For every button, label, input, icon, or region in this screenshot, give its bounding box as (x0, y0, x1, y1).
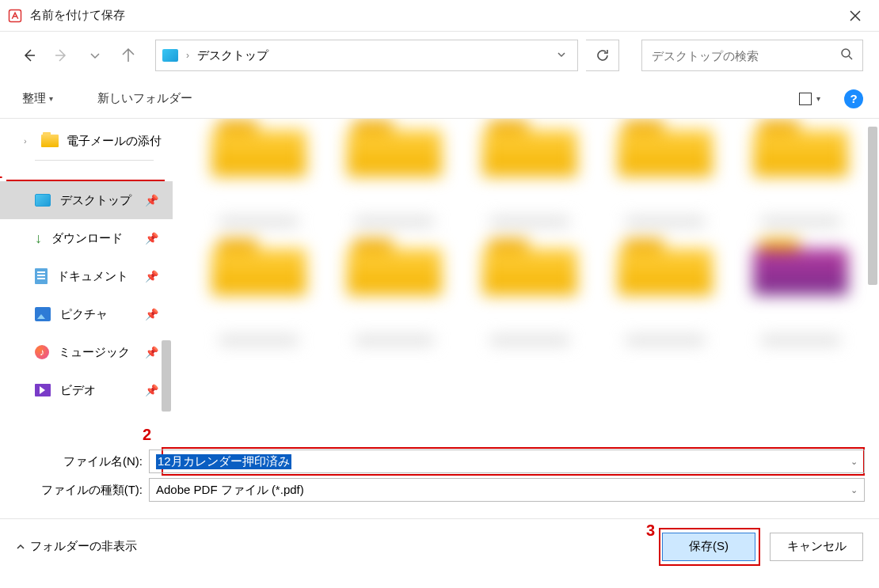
tree-item-email[interactable]: › 電子メールの添付 (0, 127, 173, 155)
filetype-label: ファイルの種類(T): (14, 483, 149, 498)
folder-tile[interactable] (332, 241, 456, 343)
folder-tile[interactable] (332, 122, 456, 225)
form-area: 2 ファイル名(N): 12月カレンダー押印済み ⌄ ファイルの種類(T): A… (0, 419, 879, 510)
desktop-icon (35, 194, 51, 207)
sidebar-item-label: ドキュメント (57, 269, 128, 284)
help-icon: ? (850, 92, 857, 105)
window-title: 名前を付けて保存 (30, 8, 839, 23)
footer: フォルダーの非表示 3 保存(S) キャンセル (0, 518, 879, 574)
filetype-select[interactable]: Adobe PDF ファイル (*.pdf) ⌄ (149, 478, 865, 502)
folder-tile[interactable] (196, 122, 321, 225)
divider (35, 160, 154, 161)
video-icon (35, 384, 51, 396)
file-grid (196, 119, 863, 343)
chevron-right-icon[interactable]: › (24, 136, 33, 146)
sidebar-item-pictures[interactable]: ピクチャ 📌 (0, 295, 173, 333)
search-input[interactable] (652, 49, 840, 63)
pictures-icon (35, 307, 51, 321)
filename-label: ファイル名(N): (14, 454, 149, 469)
save-button[interactable]: 保存(S) (662, 533, 755, 561)
recent-dropdown[interactable] (82, 43, 108, 68)
folder-tile[interactable] (467, 122, 592, 225)
sidebar-item-documents[interactable]: ドキュメント 📌 (0, 257, 173, 295)
chevron-up-icon (16, 542, 25, 552)
hide-folders-link[interactable]: フォルダーの非表示 (16, 539, 137, 554)
sidebar-item-label: ビデオ (60, 383, 96, 398)
pin-icon: 📌 (145, 194, 158, 207)
file-grid-area[interactable] (173, 119, 879, 419)
sidebar-scrollbar[interactable] (162, 340, 171, 412)
annotation-2: 2 (143, 426, 151, 443)
pin-icon: 📌 (145, 346, 158, 358)
filename-value: 12月カレンダー押印済み (156, 454, 291, 469)
navbar: › デスクトップ (0, 32, 879, 79)
main-area: › 電子メールの添付 1 デスクトップ 📌 ↓ ダウンロード 📌 ドキュメント (0, 119, 879, 419)
chevron-down-icon[interactable]: ⌄ (850, 485, 858, 495)
document-icon (35, 268, 48, 284)
view-icon (799, 93, 812, 105)
up-button[interactable] (116, 43, 141, 68)
quick-access-list: 1 デスクトップ 📌 ↓ ダウンロード 📌 ドキュメント 📌 ピクチャ (0, 165, 173, 409)
cancel-button[interactable]: キャンセル (770, 533, 863, 561)
arrow-up-icon (121, 48, 135, 63)
pin-icon: 📌 (145, 270, 158, 283)
new-folder-button[interactable]: 新しいフォルダー (91, 88, 199, 109)
organize-menu[interactable]: 整理▾ (16, 88, 59, 109)
svg-point-1 (842, 49, 850, 57)
chevron-down-icon (89, 50, 101, 61)
folder-tile[interactable] (467, 241, 592, 343)
sidebar-item-label: ダウンロード (51, 231, 123, 246)
toolbar: 整理▾ 新しいフォルダー ▾ ? (0, 79, 879, 119)
sidebar-item-label: デスクトップ (60, 193, 131, 208)
pdf-app-icon (8, 9, 22, 23)
annotation-3: 3 (646, 522, 655, 540)
search-icon (840, 47, 853, 63)
pin-icon: 📌 (145, 384, 158, 396)
breadcrumb-location: デスクトップ (197, 48, 547, 63)
folder-tile[interactable] (603, 241, 728, 343)
sidebar-item-downloads[interactable]: ↓ ダウンロード 📌 (0, 219, 173, 257)
filetype-value: Adobe PDF ファイル (*.pdf) (156, 483, 304, 498)
breadcrumb-sep: › (183, 50, 192, 61)
sidebar-item-desktop[interactable]: デスクトップ 📌 (0, 181, 173, 219)
pin-icon: 📌 (145, 308, 158, 321)
view-menu[interactable]: ▾ (793, 89, 827, 108)
back-button[interactable] (16, 43, 41, 68)
content-scrollbar[interactable] (868, 127, 877, 285)
chevron-down-icon[interactable]: ⌄ (850, 457, 858, 467)
tree-label: 電子メールの添付 (67, 134, 162, 149)
folder-tile[interactable] (196, 241, 321, 343)
sidebar: › 電子メールの添付 1 デスクトップ 📌 ↓ ダウンロード 📌 ドキュメント (0, 119, 173, 419)
titlebar: 名前を付けて保存 (0, 0, 879, 32)
arrow-right-icon (55, 48, 69, 63)
annotation-1: 1 (0, 164, 2, 182)
folder-tile[interactable] (739, 122, 863, 225)
pin-icon: 📌 (145, 232, 158, 245)
folder-icon (41, 135, 59, 147)
chevron-down-icon[interactable] (552, 48, 571, 63)
sidebar-item-label: ピクチャ (60, 307, 108, 322)
filename-input[interactable]: 12月カレンダー押印済み ⌄ (149, 450, 865, 473)
sidebar-item-label: ミュージック (59, 345, 130, 360)
refresh-icon (596, 48, 610, 63)
folder-tile[interactable] (739, 241, 863, 343)
location-icon (162, 49, 178, 62)
download-icon: ↓ (35, 230, 42, 247)
address-bar[interactable]: › デスクトップ (155, 40, 578, 71)
close-button[interactable] (839, 0, 871, 32)
refresh-button[interactable] (586, 40, 619, 71)
forward-button[interactable] (49, 43, 74, 68)
close-icon (850, 10, 861, 21)
sidebar-item-videos[interactable]: ビデオ 📌 (0, 371, 173, 409)
music-icon: ♪ (35, 345, 49, 359)
sidebar-item-music[interactable]: ♪ ミュージック 📌 (0, 333, 173, 371)
help-button[interactable]: ? (844, 89, 863, 108)
search-box[interactable] (641, 40, 863, 71)
folder-tile[interactable] (603, 122, 728, 225)
arrow-left-icon (21, 48, 36, 63)
